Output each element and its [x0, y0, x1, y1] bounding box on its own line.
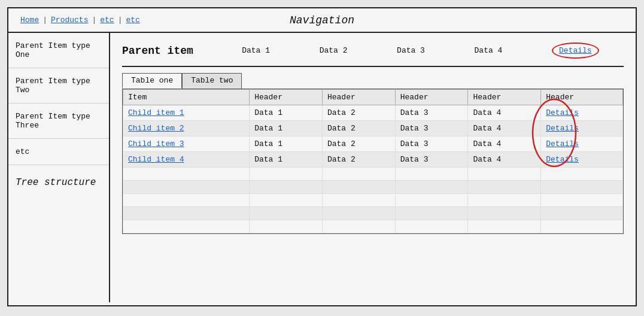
parent-data-4: Data 4 [475, 46, 503, 55]
outer-wrapper: Home | Products | etc | etc Navigation P… [7, 7, 637, 306]
col-header-2: Header [322, 90, 395, 105]
sidebar-item-two[interactable]: Parent Item type Two [8, 68, 109, 104]
parent-item-title: Parent item [122, 45, 193, 57]
nav-title: Navigation [290, 14, 354, 26]
divider [122, 66, 624, 67]
col-header-1: Header [250, 90, 323, 105]
row1-d1: Data 1 [250, 105, 323, 121]
nav-products[interactable]: Products [51, 16, 88, 25]
row1-details-link[interactable]: Details [546, 108, 579, 117]
parent-item-row: Parent item Data 1 Data 2 Data 3 Data 4 … [122, 42, 624, 59]
table-row: Child item 4 Data 1 Data 2 Data 3 Data 4… [123, 152, 623, 168]
row3-d2: Data 2 [322, 136, 395, 152]
row4-d1: Data 1 [250, 152, 323, 168]
row1-d4: Data 4 [468, 105, 541, 121]
nav-bar: Home | Products | etc | etc Navigation [8, 8, 636, 33]
row4-d3: Data 3 [395, 152, 468, 168]
child-item-4-link[interactable]: Child item 4 [128, 155, 184, 164]
col-header-item: Item [123, 90, 250, 105]
child-item-2-link[interactable]: Child item 2 [128, 124, 184, 133]
row2-d2: Data 2 [322, 121, 395, 136]
parent-data-1: Data 1 [242, 46, 270, 55]
table-row-empty [123, 181, 623, 194]
parent-data-3: Data 3 [397, 46, 425, 55]
row3-d1: Data 1 [250, 136, 323, 152]
table-row: Child item 3 Data 1 Data 2 Data 3 Data 4… [123, 136, 623, 152]
col-header-details: Header [541, 90, 623, 105]
nav-etc-2[interactable]: etc [126, 16, 139, 25]
table-row: Child item 2 Data 1 Data 2 Data 3 Data 4… [123, 121, 623, 136]
row2-d3: Data 3 [395, 121, 468, 136]
sidebar-item-etc[interactable]: etc [8, 139, 109, 165]
col-header-3: Header [395, 90, 468, 105]
table-wrapper: Item Header Header Header Header Header … [122, 89, 624, 234]
row3-d4: Data 4 [468, 136, 541, 152]
child-item-3-link[interactable]: Child item 3 [128, 139, 184, 148]
nav-sep-1: | [42, 16, 47, 25]
nav-home[interactable]: Home [20, 16, 39, 25]
row3-details-link[interactable]: Details [546, 139, 579, 148]
tab-table-two[interactable]: Table two [182, 73, 242, 89]
tab-table-one[interactable]: Table one [122, 73, 182, 89]
table-row: Child item 1 Data 1 Data 2 Data 3 Data 4… [123, 105, 623, 121]
sidebar-item-three[interactable]: Parent Item type Three [8, 104, 109, 139]
row2-d1: Data 1 [250, 121, 323, 136]
table-row-empty [123, 168, 623, 181]
row1-d3: Data 3 [395, 105, 468, 121]
row4-d2: Data 2 [322, 152, 395, 168]
main-layout: Parent Item type One Parent Item type Tw… [8, 33, 636, 302]
parent-item-data: Data 1 Data 2 Data 3 Data 4 Details [217, 42, 624, 59]
row3-d3: Data 3 [395, 136, 468, 152]
table-row-empty [123, 194, 623, 207]
sidebar: Parent Item type One Parent Item type Tw… [8, 33, 110, 302]
table-row-empty [123, 220, 623, 233]
row4-details-link[interactable]: Details [546, 155, 579, 164]
col-header-4: Header [468, 90, 541, 105]
row2-d4: Data 4 [468, 121, 541, 136]
nav-links: Home | Products | etc | etc [20, 16, 140, 25]
nav-sep-3: | [118, 16, 123, 25]
nav-sep-2: | [92, 16, 96, 25]
data-table: Item Header Header Header Header Header … [123, 89, 623, 233]
nav-etc-1[interactable]: etc [100, 16, 114, 25]
content-area: Parent item Data 1 Data 2 Data 3 Data 4 … [110, 33, 636, 302]
row1-d2: Data 2 [322, 105, 395, 121]
row2-details-link[interactable]: Details [546, 124, 579, 133]
child-item-1-link[interactable]: Child item 1 [128, 108, 184, 117]
sidebar-tree-label: Tree structure [8, 165, 109, 200]
table-header-row: Item Header Header Header Header Header [123, 90, 623, 105]
parent-details-button[interactable]: Details [552, 42, 599, 59]
table-row-empty [123, 207, 623, 220]
sidebar-item-one[interactable]: Parent Item type One [8, 33, 109, 68]
row4-d4: Data 4 [468, 152, 541, 168]
tabs-row: Table one Table two [122, 73, 624, 89]
parent-data-2: Data 2 [320, 46, 348, 55]
